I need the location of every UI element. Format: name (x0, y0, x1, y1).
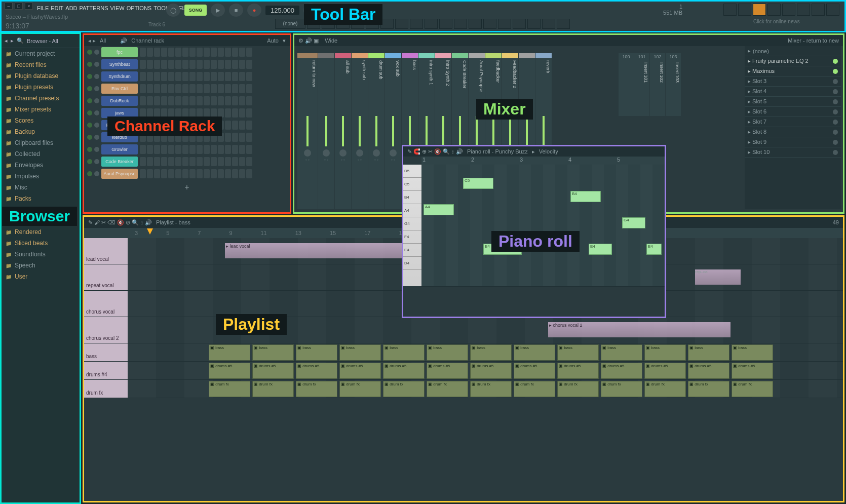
pattern-clip[interactable]: ▣ bass (732, 344, 773, 361)
step[interactable] (175, 60, 181, 69)
step[interactable] (204, 145, 210, 154)
step[interactable] (197, 157, 203, 166)
insert-slot[interactable]: ▸ Fruity parametric EQ 2 (745, 56, 841, 66)
step[interactable] (147, 60, 153, 69)
minimize-icon[interactable]: – (5, 3, 13, 10)
channel-led[interactable] (87, 135, 92, 140)
tool-icon[interactable] (557, 19, 570, 29)
channel-led[interactable] (87, 62, 92, 67)
step[interactable] (239, 133, 245, 142)
pianoroll-param[interactable]: Velocity (539, 148, 558, 154)
insert-slot[interactable]: ▸ Slot 6 (745, 107, 841, 117)
insert-slot[interactable]: ▸ Slot 8 (745, 127, 841, 137)
step[interactable] (147, 169, 153, 178)
step[interactable] (168, 169, 174, 178)
pattern-clip[interactable]: ▣ bass (339, 344, 381, 361)
step[interactable] (154, 60, 160, 69)
track-header[interactable]: lead vocal (84, 238, 128, 264)
fader[interactable] (375, 116, 377, 146)
browser-back-icon[interactable]: ◂ (5, 37, 8, 44)
pattern-clip[interactable]: ▣ drum fx (383, 381, 425, 397)
track-header[interactable]: chorus vocal 2 (84, 317, 128, 343)
mixer-track[interactable]: drum sub◦ ◦ (368, 53, 384, 209)
step[interactable] (232, 96, 238, 105)
fader[interactable] (325, 116, 327, 146)
insert-slot[interactable]: ▸ Slot 7 (745, 117, 841, 127)
pattern-clip[interactable]: ▣ bass (209, 344, 250, 361)
step[interactable] (232, 72, 238, 81)
step[interactable] (154, 84, 160, 93)
step[interactable] (246, 133, 252, 142)
pan-knob[interactable] (304, 149, 311, 157)
step[interactable] (218, 157, 224, 166)
mixer-view[interactable]: Wide (325, 37, 337, 44)
step[interactable] (175, 145, 181, 154)
browser-item[interactable]: Rendered (2, 226, 80, 238)
step[interactable] (140, 145, 146, 154)
record-button[interactable]: ● (247, 4, 261, 17)
channel-mute[interactable] (94, 147, 99, 152)
step[interactable] (239, 108, 245, 118)
fader[interactable] (342, 116, 344, 146)
fader[interactable] (306, 116, 309, 146)
track-header[interactable]: repeat vocal (84, 264, 128, 290)
channel-led[interactable] (87, 98, 92, 103)
step[interactable] (182, 96, 188, 105)
browser-item[interactable]: Current project (2, 48, 80, 59)
channel-mute[interactable] (94, 62, 99, 67)
step[interactable] (218, 96, 224, 105)
step[interactable] (204, 48, 210, 57)
channel-button[interactable]: DubRock (101, 96, 138, 106)
tool-icon[interactable] (542, 19, 555, 29)
pattern-clip[interactable]: ▣ drum fx (470, 381, 512, 397)
pattern-clip[interactable]: ▣ bass (557, 344, 599, 361)
step[interactable] (168, 48, 174, 57)
track-lane[interactable]: ▣ drums #5▣ drums #5▣ drums #5▣ drums #5… (128, 362, 843, 379)
step[interactable] (154, 145, 160, 154)
browser-item[interactable]: Misc (2, 182, 80, 193)
piano-key[interactable]: G4 (403, 217, 421, 230)
mixer-track[interactable]: Vox sub◦ ◦ (385, 53, 401, 209)
step[interactable] (204, 72, 210, 81)
channel-button[interactable]: Env Ctrl (101, 84, 138, 94)
step[interactable] (239, 60, 245, 69)
step[interactable] (225, 169, 231, 178)
channel-mute[interactable] (94, 171, 99, 176)
step[interactable] (232, 157, 238, 166)
fader[interactable] (459, 116, 461, 146)
pattern-clip[interactable]: ▣ drum fx (209, 381, 250, 397)
channel-button[interactable]: Code Breaker (101, 157, 138, 167)
piano-key[interactable]: F4 (403, 230, 421, 244)
browser-item[interactable]: Impulses (2, 171, 80, 182)
play-button[interactable]: ▶ (211, 4, 225, 17)
step[interactable] (140, 96, 146, 105)
step[interactable] (182, 72, 188, 81)
fader[interactable] (409, 116, 411, 146)
mixer-send-track[interactable]: 100 (619, 53, 634, 116)
step[interactable] (246, 157, 252, 166)
step[interactable] (161, 157, 167, 166)
pattern-clip[interactable]: ▣ drum fx (601, 381, 642, 397)
step[interactable] (161, 60, 167, 69)
track-lane[interactable]: ▣ drum fx▣ drum fx▣ drum fx▣ drum fx▣ dr… (128, 380, 843, 398)
mixer-send-track[interactable]: 102Insert 102 (650, 53, 665, 116)
pattern-clip[interactable]: ▣ bass (427, 344, 468, 361)
tool-icon[interactable] (469, 19, 482, 29)
step[interactable] (140, 157, 146, 166)
step[interactable] (189, 84, 196, 93)
tool-icon[interactable] (439, 19, 452, 29)
step[interactable] (147, 84, 153, 93)
search-icon[interactable]: 🔍 (17, 37, 24, 44)
link-icon[interactable] (782, 4, 795, 16)
step[interactable] (147, 145, 153, 154)
step[interactable] (218, 145, 224, 154)
step[interactable] (225, 157, 231, 166)
news-bar[interactable]: Click for online news (753, 19, 839, 24)
menu-file[interactable]: FILE (37, 5, 49, 11)
browser-item[interactable]: Envelopes (2, 160, 80, 171)
fader[interactable] (359, 116, 361, 146)
insert-slot[interactable]: ▸ Maximus (745, 66, 841, 76)
step[interactable] (168, 157, 174, 166)
cr-filter[interactable]: All (100, 37, 106, 44)
step[interactable] (154, 72, 160, 81)
